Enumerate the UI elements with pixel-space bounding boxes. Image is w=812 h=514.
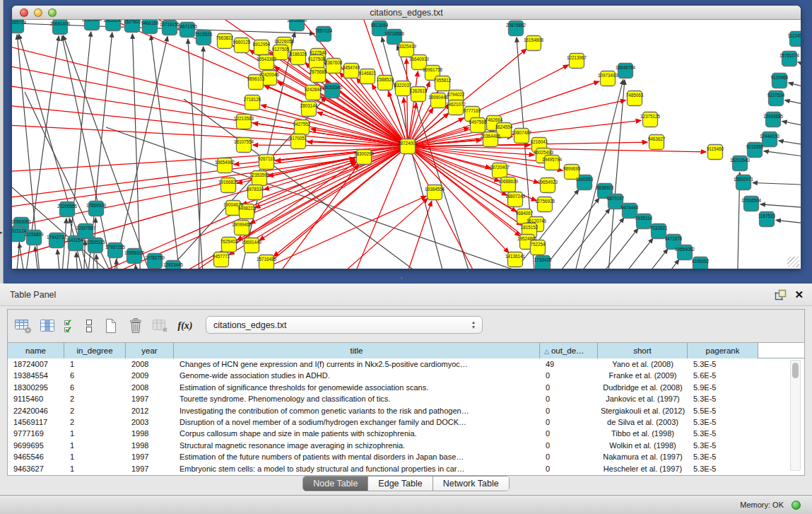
cell-title[interactable]: Changes of HCN gene expression and I(f) … <box>174 358 540 370</box>
cell-indegree[interactable]: 6 <box>64 370 126 381</box>
cell-indegree[interactable]: 1 <box>64 451 126 462</box>
network-canvas[interactable]: 1872400718300295193845541405572420691406… <box>12 20 801 269</box>
cell-indegree[interactable]: 1 <box>64 463 126 474</box>
graph-edge[interactable] <box>764 151 801 158</box>
cell-indegree[interactable]: 6 <box>64 382 126 393</box>
graph-edge[interactable] <box>785 100 801 107</box>
cell-year[interactable]: 2012 <box>126 405 174 416</box>
graph-edge[interactable] <box>798 62 801 71</box>
cell-year[interactable]: 1997 <box>126 463 174 474</box>
graph-edge[interactable] <box>782 122 801 129</box>
cell-year[interactable]: 1997 <box>126 451 174 462</box>
graph-edge[interactable] <box>12 124 408 146</box>
table-row[interactable]: 946554611997Estimation of the future num… <box>8 451 804 462</box>
cell-title[interactable]: Estimation of the future numbers of pati… <box>174 451 540 462</box>
cell-short[interactable]: Yano et al. (2008) <box>598 358 688 370</box>
column-header-title[interactable]: title <box>174 343 540 358</box>
graph-edge[interactable] <box>57 250 62 269</box>
cell-title[interactable]: Corpus callosum shape and size in male p… <box>174 428 540 439</box>
cell-year[interactable]: 1998 <box>126 428 174 439</box>
table-row[interactable]: 1872400712008Changes of HCN gene express… <box>8 358 804 370</box>
cell-name[interactable]: 22420046 <box>8 405 64 416</box>
cell-short[interactable]: Nakamura et al. (1997) <box>598 451 688 462</box>
cell-short[interactable]: Dudbridge et al. (2008) <box>598 382 688 393</box>
column-header-name[interactable]: name <box>8 343 64 358</box>
table-row[interactable]: 911546021997Tourette syndrome. Phenomeno… <box>8 393 804 404</box>
cell-title[interactable]: Tourette syndrome. Phenomenology and cla… <box>174 393 540 404</box>
cell-outde[interactable]: 0 <box>540 440 598 451</box>
cell-title[interactable]: Estimation of significance thresholds fo… <box>174 382 540 393</box>
cell-name[interactable]: 9115460 <box>8 393 64 404</box>
function-builder-icon[interactable]: f(x) <box>175 315 195 337</box>
cell-name[interactable]: 19384554 <box>8 370 64 381</box>
cell-title[interactable]: Embryonic stem cells: a model to study s… <box>174 463 540 474</box>
cell-short[interactable]: Hescheler et al. (1997) <box>598 463 688 474</box>
graph-edge[interactable] <box>132 34 141 269</box>
graph-edge[interactable] <box>255 146 408 208</box>
graph-edge[interactable] <box>618 259 679 269</box>
cell-outde[interactable]: 0 <box>540 405 598 416</box>
graph-edge[interactable] <box>563 218 624 269</box>
cell-pagerank[interactable]: 5.9E-5 <box>688 382 758 393</box>
graph-edge[interactable] <box>779 141 801 147</box>
table-row[interactable]: 2242004622012Investigating the contribut… <box>8 405 804 416</box>
show-columns-icon[interactable] <box>38 315 58 337</box>
row-height-icon[interactable] <box>82 315 96 337</box>
cell-indegree[interactable]: 1 <box>64 440 126 451</box>
graph-edge[interactable] <box>273 146 408 257</box>
cell-outde[interactable]: 0 <box>540 416 598 428</box>
graph-edge[interactable] <box>592 238 653 269</box>
cell-pagerank[interactable]: 5.3E-5 <box>688 440 758 451</box>
cell-short[interactable]: Jankovic et al. (1997) <box>598 393 688 404</box>
cell-year[interactable]: 2008 <box>126 358 174 370</box>
cell-indegree[interactable]: 1 <box>64 358 126 370</box>
graph-edge[interactable] <box>789 83 801 90</box>
graph-edge[interactable] <box>760 204 801 209</box>
graph-edge[interactable] <box>12 39 408 146</box>
tab-node-table[interactable]: Node Table <box>303 477 368 491</box>
column-header-pagerank[interactable]: pagerank <box>688 343 758 358</box>
cell-title[interactable]: Genome-wide association studies in ADHD. <box>174 370 540 381</box>
cell-year[interactable]: 1997 <box>126 393 174 404</box>
cell-year[interactable]: 2009 <box>126 370 174 381</box>
cell-pagerank[interactable]: 5.5E-5 <box>688 405 758 416</box>
cell-title[interactable]: Disruption of a novel member of a sodium… <box>174 416 540 428</box>
graph-edge[interactable] <box>12 146 408 173</box>
cell-outde[interactable]: 49 <box>540 358 598 370</box>
table-row[interactable]: 946362711997Embryonic stem cells: a mode… <box>8 463 804 474</box>
column-header-indegree[interactable]: in_degree <box>64 343 126 358</box>
cell-name[interactable]: 14569117 <box>8 416 64 428</box>
column-header-year[interactable]: year <box>126 343 174 358</box>
cell-indegree[interactable]: 2 <box>64 393 126 404</box>
cell-outde[interactable]: 0 <box>540 428 598 439</box>
table-row[interactable]: 1830029562008Estimation of significance … <box>8 382 804 393</box>
table-row[interactable]: 1938455462009Genome-wide association stu… <box>8 370 804 381</box>
select-columns-icon[interactable] <box>63 315 77 337</box>
graph-edge[interactable] <box>151 35 184 269</box>
expand-left-panel-icon[interactable]: ▸ <box>0 230 3 235</box>
cell-short[interactable]: Tibbo et al. (1998) <box>598 428 688 439</box>
cell-year[interactable]: 1998 <box>126 440 174 451</box>
cell-name[interactable]: 9465546 <box>8 451 64 462</box>
cell-pagerank[interactable]: 5.3E-5 <box>688 416 758 428</box>
cell-indegree[interactable]: 2 <box>64 405 126 416</box>
graph-edge[interactable] <box>753 182 801 185</box>
resize-grip[interactable] <box>787 257 799 267</box>
cell-outde[interactable]: 0 <box>540 370 598 381</box>
cell-title[interactable]: Structural magnetic resonance image aver… <box>174 440 540 451</box>
collapsed-left-panel-strip[interactable]: ▸ <box>0 0 4 284</box>
close-panel-icon[interactable]: ✕ <box>794 288 804 301</box>
graph-edge[interactable] <box>577 228 638 269</box>
scrollbar-thumb[interactable] <box>792 363 799 378</box>
graph-edge[interactable] <box>548 209 610 269</box>
cell-pagerank[interactable]: 5.3E-5 <box>688 358 758 370</box>
table-mode-icon[interactable] <box>13 315 33 337</box>
column-header-short[interactable]: short <box>598 343 688 358</box>
cell-short[interactable]: Stergiakouli et al. (2012) <box>598 405 688 416</box>
table-source-select[interactable]: citations_edges.txt ▲▼ <box>206 316 483 334</box>
cell-outde[interactable]: 0 <box>540 463 598 474</box>
cell-pagerank[interactable]: 5.3E-5 <box>688 428 758 439</box>
float-panel-icon[interactable] <box>774 288 787 301</box>
split-divider-handle[interactable]: ▾ <box>400 276 403 281</box>
delete-column-icon[interactable] <box>126 315 146 337</box>
